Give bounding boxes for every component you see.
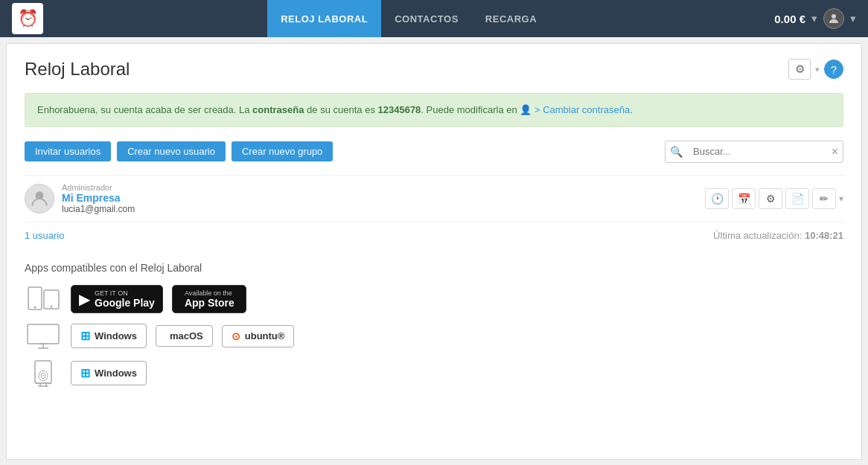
windows-label-1: Windows [95, 330, 137, 341]
macos-label: macOS [170, 330, 203, 341]
topbar-logo: ⏰ [12, 3, 43, 34]
nav-recarga[interactable]: RECARGA [472, 0, 550, 37]
kiosk-device-icon [25, 359, 62, 388]
topbar: ⏰ RELOJ LABORAL CONTACTOS RECARGA 0.00 €… [0, 0, 868, 37]
user-more-icon: ▾ [839, 193, 843, 204]
google-play-main-text: Google Play [95, 297, 155, 309]
user-email: lucia1@gmail.com [62, 204, 705, 214]
svg-rect-10 [35, 361, 51, 383]
desktop-apps-row: ⊞ Windows macOS ⊙ ubuntu® [25, 321, 843, 351]
apps-section: Apps compatibles con el Reloj Laboral ▶ … [25, 262, 843, 388]
user-info: Administrador Mi Empresa lucia1@gmail.co… [62, 183, 705, 214]
settings-button[interactable]: ⚙ [788, 59, 811, 80]
windows-label-2: Windows [95, 368, 137, 379]
invite-users-button[interactable]: Invitar usuarios [25, 141, 111, 161]
balance-display: 0.00 € [774, 13, 805, 25]
apps-title: Apps compatibles con el Reloj Laboral [25, 262, 843, 274]
search-box: 🔍 × [665, 141, 843, 163]
logo-icon: ⏰ [18, 9, 38, 28]
nav-reloj-laboral[interactable]: RELOJ LABORAL [267, 0, 381, 37]
ubuntu-label: ubuntu® [245, 330, 285, 341]
user-calendar-button[interactable]: 📅 [732, 188, 756, 209]
user-document-button[interactable]: 📄 [785, 188, 809, 209]
mobile-device-icon [25, 284, 62, 314]
gear-icon: ⚙ [795, 62, 805, 76]
create-user-button[interactable]: Crear nuevo usuario [117, 141, 226, 161]
user-actions: 🕐 📅 ⚙ 📄 ✏ ▾ [705, 188, 843, 209]
svg-point-4 [34, 306, 36, 308]
user-name[interactable]: Mi Empresa [62, 192, 705, 204]
success-alert: Enhorabuena, su cuenta acaba de ser crea… [25, 93, 843, 127]
user-row: Administrador Mi Empresa lucia1@gmail.co… [25, 175, 843, 222]
play-icon: ▶ [79, 290, 90, 308]
user-edit-button[interactable]: ✏ [812, 188, 836, 209]
google-play-badge[interactable]: ▶ GET IT ON Google Play [71, 285, 163, 313]
app-store-badge[interactable]: Available on the App Store [172, 285, 246, 313]
last-update: Última actualización: 10:48:21 [713, 230, 843, 241]
change-password-link[interactable]: > Cambiar contraseña [534, 104, 630, 115]
search-icon: 🔍 [666, 146, 687, 158]
app-store-top-text: Available on the [185, 289, 234, 297]
help-button[interactable]: ? [824, 60, 843, 79]
topbar-nav: RELOJ LABORAL CONTACTOS RECARGA [267, 0, 550, 37]
page-title: Reloj Laboral [25, 59, 130, 80]
create-group-button[interactable]: Crear nuevo grupo [232, 141, 333, 161]
toolbar: Invitar usuarios Crear nuevo usuario Cre… [25, 141, 843, 163]
desktop-device-icon [25, 321, 62, 351]
svg-rect-6 [28, 324, 59, 344]
user-role: Administrador [62, 183, 705, 192]
kiosk-apps-row: ⊞ Windows [25, 359, 843, 388]
google-play-top-text: GET IT ON [95, 289, 155, 297]
alert-text: Enhorabuena, su cuenta acaba de ser crea… [37, 104, 633, 115]
user-settings-button[interactable]: ⚙ [759, 188, 782, 209]
topbar-right: 0.00 € ▾ ▾ [774, 8, 856, 29]
macos-badge[interactable]: macOS [156, 325, 213, 347]
user-clock-button[interactable]: 🕐 [705, 188, 729, 209]
avatar [25, 184, 54, 214]
svg-point-0 [832, 14, 836, 19]
mobile-apps-row: ▶ GET IT ON Google Play Available on the… [25, 284, 843, 314]
windows-badge-1[interactable]: ⊞ Windows [71, 324, 147, 348]
ubuntu-icon: ⊙ [232, 330, 240, 342]
help-icon: ? [831, 63, 837, 76]
page-header-actions: ⚙ ▾ ? [788, 59, 843, 80]
windows-badge-2[interactable]: ⊞ Windows [71, 361, 147, 385]
clear-search-button[interactable]: × [827, 145, 843, 158]
svg-point-5 [51, 305, 53, 307]
svg-point-13 [42, 375, 44, 376]
search-input[interactable] [687, 141, 827, 162]
user-count: 1 usuario [25, 230, 64, 241]
footer-row: 1 usuario Última actualización: 10:48:21 [25, 230, 843, 241]
nav-contactos[interactable]: CONTACTOS [381, 0, 472, 37]
user-menu-button[interactable] [823, 8, 844, 29]
windows-icon-1: ⊞ [80, 329, 90, 343]
windows-icon-2: ⊞ [80, 366, 90, 380]
ubuntu-badge[interactable]: ⊙ ubuntu® [222, 325, 295, 347]
main-container: Reloj Laboral ⚙ ▾ ? Enhorabuena, su cuen… [6, 43, 862, 460]
app-store-main-text: App Store [185, 297, 234, 309]
page-header: Reloj Laboral ⚙ ▾ ? [25, 59, 843, 80]
